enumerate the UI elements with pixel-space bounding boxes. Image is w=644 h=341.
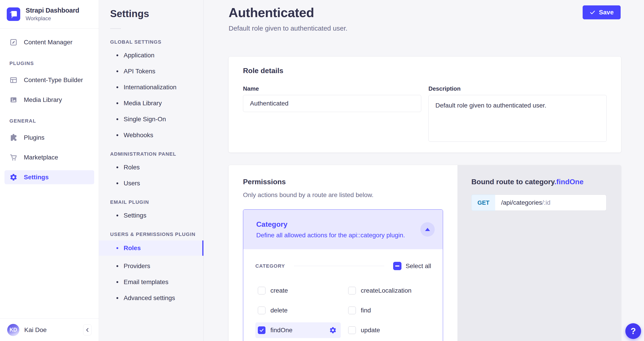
page-header: Authenticated Default role given to auth… [228, 5, 620, 32]
subnav-item-up-roles[interactable]: Roles [99, 240, 204, 256]
subnav-item-label: Roles [124, 164, 140, 171]
subnav-item-up-providers[interactable]: Providers [99, 260, 204, 272]
category-group-row: CATEGORY Select all [255, 262, 431, 270]
findOne-settings-gear-icon[interactable] [329, 326, 337, 334]
select-all-checkbox[interactable] [393, 262, 402, 270]
category-accordion-description: Define all allowed actions for the api::… [256, 232, 405, 239]
action-createLocalization[interactable]: createLocalization [346, 283, 431, 298]
subnav-item-admin-roles[interactable]: Roles [99, 162, 204, 173]
category-accordion-header[interactable]: Category Define all allowed actions for … [243, 210, 443, 249]
image-icon [10, 96, 18, 104]
brand-title: Strapi Dashboard [26, 7, 79, 14]
bound-route-prefix: Bound route to [471, 178, 525, 186]
route-path-param: /:id [542, 199, 550, 206]
bound-route-title: Bound route to category.findOne [471, 178, 606, 186]
subnav-item-application[interactable]: Application [99, 50, 204, 61]
sidebar-item-media-library[interactable]: Media Library [4, 93, 94, 107]
subnav-title: Settings [110, 8, 204, 19]
subnav-item-label: Internationalization [124, 84, 176, 91]
route-display: GET /api/categories/:id [471, 195, 606, 211]
select-all-label: Select all [406, 262, 431, 270]
name-field-group: Name [243, 85, 421, 143]
subnav-item-api-tokens[interactable]: API Tokens [99, 66, 204, 77]
puzzle-icon [10, 134, 18, 142]
main-sidebar: Strapi Dashboard Workplace Content Manag… [0, 0, 99, 341]
delete-checkbox[interactable] [258, 306, 266, 314]
select-all-control[interactable]: Select all [393, 262, 431, 270]
user-avatar[interactable]: KD [7, 324, 19, 336]
action-findOne[interactable]: findOne [255, 322, 341, 338]
bullet-icon [116, 265, 118, 267]
name-label: Name [243, 85, 421, 92]
name-input[interactable] [243, 95, 421, 112]
subnav-item-up-email-templates[interactable]: Email templates [99, 276, 204, 288]
bullet-icon [116, 182, 118, 184]
sidebar-item-settings[interactable]: Settings [4, 170, 94, 184]
subnav-item-label: Advanced settings [124, 294, 175, 302]
bullet-icon [116, 247, 118, 249]
subnav-item-single-sign-on[interactable]: Single Sign-On [99, 114, 204, 125]
subnav-divider [110, 28, 121, 29]
subnav-item-label: Users [124, 180, 140, 187]
page-subtitle: Default role given to authenticated user… [228, 25, 348, 32]
brand-subtitle: Workplace [26, 15, 79, 22]
role-details-heading: Role details [243, 67, 607, 75]
sidebar-item-label: Marketplace [24, 154, 58, 161]
subnav-item-label: Settings [124, 212, 146, 219]
sidebar-section-plugins: PLUGINS [10, 61, 99, 66]
bullet-icon [116, 297, 118, 299]
settings-subnav: Settings GLOBAL SETTINGS Application API… [99, 0, 204, 341]
subnav-item-internationalization[interactable]: Internationalization [99, 82, 204, 93]
action-update[interactable]: update [346, 322, 431, 338]
main-content: Authenticated Default role given to auth… [204, 0, 644, 341]
accordion-collapse-button[interactable] [420, 222, 435, 237]
subnav-item-label: Roles [124, 244, 141, 252]
save-button-label: Save [599, 9, 614, 16]
action-find[interactable]: find [346, 302, 431, 318]
page-header-text: Authenticated Default role given to auth… [228, 5, 348, 32]
subnav-item-admin-users[interactable]: Users [99, 178, 204, 189]
subnav-section-administration-panel: ADMINISTRATION PANEL [110, 151, 204, 157]
gear-icon [10, 173, 18, 181]
action-create[interactable]: create [255, 283, 341, 298]
action-label: update [361, 326, 380, 334]
sidebar-item-content-type-builder[interactable]: Content-Type Builder [4, 73, 94, 87]
workspace-brand[interactable]: Strapi Dashboard Workplace [0, 0, 99, 29]
bullet-icon [116, 102, 118, 104]
role-details-fields: Name Description Default role given to a… [243, 85, 607, 143]
sidebar-item-plugins[interactable]: Plugins [4, 131, 94, 145]
subnav-item-label: Application [124, 52, 154, 59]
createLocalization-checkbox[interactable] [348, 287, 356, 294]
indeterminate-icon [395, 265, 400, 266]
bullet-icon [116, 215, 118, 216]
bound-route-action: .findOne [554, 178, 584, 186]
strapi-logo-icon [7, 8, 20, 21]
subnav-item-media-library[interactable]: Media Library [99, 98, 204, 109]
subnav-item-email-settings[interactable]: Settings [99, 210, 204, 221]
category-group-label: CATEGORY [255, 263, 285, 269]
bound-route-panel: Bound route to category.findOne GET /api… [458, 165, 621, 341]
update-checkbox[interactable] [348, 326, 356, 334]
subnav-item-up-advanced-settings[interactable]: Advanced settings [99, 292, 204, 304]
permissions-card: Permissions Only actions bound by a rout… [228, 165, 458, 341]
sidebar-item-label: Media Library [24, 96, 62, 104]
permissions-subtitle: Only actions bound by a route are listed… [243, 191, 443, 199]
create-checkbox[interactable] [258, 287, 266, 294]
description-textarea[interactable]: Default role given to authenticated user… [428, 95, 607, 142]
route-path-main: /api/categories [501, 199, 542, 206]
save-button[interactable]: Save [583, 6, 620, 19]
sidebar-item-content-manager[interactable]: Content Manager [4, 35, 94, 49]
find-checkbox[interactable] [348, 306, 356, 314]
sidebar-item-marketplace[interactable]: Marketplace [4, 150, 94, 164]
action-label: createLocalization [361, 287, 412, 294]
sidebar-footer: KD Kai Doe [0, 318, 99, 341]
description-label: Description [428, 85, 607, 92]
help-button[interactable]: ? [625, 323, 641, 339]
subnav-item-webhooks[interactable]: Webhooks [99, 130, 204, 141]
sidebar-item-label: Content-Type Builder [24, 77, 83, 84]
bullet-icon [116, 70, 118, 72]
action-delete[interactable]: delete [255, 302, 341, 318]
collapse-sidebar-button[interactable] [83, 324, 92, 335]
cart-icon [10, 153, 18, 162]
findOne-checkbox[interactable] [258, 326, 266, 334]
